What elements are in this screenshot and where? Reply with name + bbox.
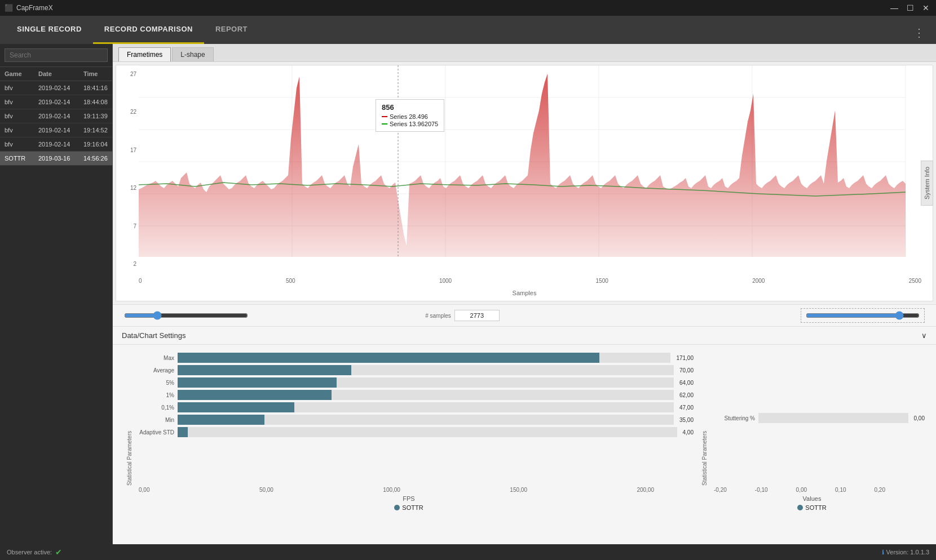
bar-fill: [178, 390, 332, 400]
main-layout: Game Date Time bfv2019-02-1418:41:16bfv2…: [0, 44, 936, 544]
bar-track: [178, 427, 677, 437]
frametimes-chart-area: 27 22 17 12 7 2: [116, 65, 933, 301]
bar-fill: [178, 427, 188, 437]
bar-fill: [178, 377, 337, 388]
settings-header[interactable]: Data/Chart Settings ∨: [113, 327, 936, 345]
system-info-button[interactable]: System Info: [921, 161, 933, 206]
bar-track: [178, 415, 674, 425]
right-stat-chart: Statistical Parameters Stuttering % 0,00: [699, 350, 925, 513]
left-bars: Max 171,00 Average 70,00 5% 64,00 1% 62,…: [135, 353, 694, 483]
app-title: CapFrameX: [16, 4, 53, 12]
samples-label-icon: # samples: [425, 313, 451, 319]
record-row[interactable]: bfv2019-02-1419:16:04: [0, 137, 112, 152]
record-game: bfv: [5, 113, 38, 119]
left-x-axis-labels: 0,00 50,00 100,00 150,00 200,00: [124, 486, 694, 494]
bar-track: [178, 402, 674, 412]
tab-frametimes[interactable]: Frametimes: [118, 47, 171, 61]
bar-fill: [178, 353, 599, 363]
record-row[interactable]: bfv2019-02-1419:11:39: [0, 109, 112, 123]
right-range-slider[interactable]: [806, 311, 920, 320]
navbar: SINGLE RECORD RECORD COMPARISON REPORT ⋮: [0, 16, 936, 44]
bar-track: [178, 365, 674, 375]
bar-row: 5% 64,00: [135, 377, 694, 388]
left-slider-container: [124, 311, 263, 320]
record-time: 19:16:04: [83, 141, 112, 148]
bar-fill: [178, 402, 294, 412]
titlebar: ⬛ CapFrameX — ☐ ✕: [0, 0, 936, 16]
left-chart-legend: SOTTR: [124, 502, 694, 513]
bar-row: Average 70,00: [135, 365, 694, 375]
bar-fill: [178, 365, 351, 375]
left-range-slider[interactable]: [124, 311, 248, 320]
nav-tab-record-comparison[interactable]: RECORD COMPARISON: [93, 16, 204, 44]
close-button[interactable]: ✕: [920, 3, 931, 12]
observer-status: ✔: [55, 548, 62, 557]
bar-label: Adaptive STD: [135, 429, 174, 435]
bar-label: 5%: [135, 380, 174, 386]
titlebar-left: ⬛ CapFrameX: [5, 4, 53, 12]
record-row[interactable]: bfv2019-02-1418:44:08: [0, 95, 112, 109]
bar-value: 35,00: [679, 417, 694, 423]
right-legend-label: SOTTR: [805, 504, 826, 511]
record-time: 18:44:08: [83, 99, 112, 105]
record-date: 2019-03-16: [38, 155, 83, 162]
search-box: [0, 44, 112, 67]
system-info-label: System Info: [924, 167, 930, 199]
left-legend-item: SOTTR: [394, 504, 423, 511]
slider-area: # samples 2773: [113, 304, 936, 326]
right-x-axis-title: Values: [699, 495, 925, 502]
bar-row: 1% 62,00: [135, 390, 694, 400]
nav-more-button[interactable]: ⋮: [908, 26, 930, 39]
samples-value: 2773: [454, 310, 500, 321]
record-date: 2019-02-14: [38, 85, 83, 91]
titlebar-controls: — ☐ ✕: [889, 3, 931, 12]
settings-title: Data/Chart Settings: [122, 331, 186, 340]
record-time: 19:11:39: [83, 113, 112, 119]
right-y-axis-title: Statistical Parameters: [699, 350, 710, 486]
settings-area: Data/Chart Settings ∨ Statistical Parame…: [113, 326, 936, 544]
minimize-button[interactable]: —: [889, 3, 900, 12]
record-game: bfv: [5, 99, 38, 105]
record-time: 18:41:16: [83, 85, 112, 91]
content-tabs: Frametimes L-shape: [113, 44, 936, 62]
right-legend-dot: [797, 505, 803, 510]
record-row[interactable]: SOTTR2019-03-1614:56:26: [0, 152, 112, 166]
bar-track: [178, 353, 670, 363]
left-x-axis-title: FPS: [124, 495, 694, 502]
left-y-axis-title: Statistical Parameters: [124, 350, 135, 486]
maximize-button[interactable]: ☐: [904, 3, 916, 12]
search-input[interactable]: [5, 48, 108, 62]
left-chart-wrapper: Statistical Parameters Max 171,00 Averag…: [124, 350, 694, 486]
frametimes-svg: [139, 65, 921, 267]
y-axis-labels: 27 22 17 12 7 2: [116, 71, 139, 267]
settings-collapse-icon: ∨: [921, 331, 927, 340]
version-label: Version:: [886, 549, 909, 555]
range-slider-container: [801, 308, 925, 323]
record-table: Game Date Time bfv2019-02-1418:41:16bfv2…: [0, 67, 112, 544]
bar-row: Max 171,00: [135, 353, 694, 363]
stutter-bar-label: Stuttering %: [710, 415, 755, 421]
record-game: bfv: [5, 141, 38, 148]
bar-row: 0,1% 47,00: [135, 402, 694, 412]
charts-row: Statistical Parameters Max 171,00 Averag…: [113, 345, 936, 519]
nav-tab-report[interactable]: REPORT: [204, 16, 259, 44]
bar-label: Max: [135, 355, 174, 361]
bar-track: [178, 390, 674, 400]
record-date: 2019-02-14: [38, 113, 83, 119]
left-stat-chart: Statistical Parameters Max 171,00 Averag…: [124, 350, 694, 513]
status-left: Observer active: ✔: [7, 548, 62, 557]
nav-tab-single-record[interactable]: SINGLE RECORD: [6, 16, 93, 44]
bar-row: Min 35,00: [135, 415, 694, 425]
bar-label: 1%: [135, 392, 174, 398]
left-legend-dot: [394, 505, 400, 510]
tab-l-shape[interactable]: L-shape: [172, 47, 213, 61]
stutter-bar-value: 0,00: [914, 415, 925, 421]
bar-label: Min: [135, 417, 174, 423]
x-axis-title: Samples: [513, 290, 537, 296]
record-row[interactable]: bfv2019-02-1418:41:16: [0, 81, 112, 95]
app-icon: ⬛: [5, 4, 13, 12]
stutter-bar-row: Stuttering % 0,00: [710, 410, 925, 426]
record-game: bfv: [5, 85, 38, 91]
record-game: bfv: [5, 127, 38, 134]
record-row[interactable]: bfv2019-02-1419:14:52: [0, 123, 112, 137]
